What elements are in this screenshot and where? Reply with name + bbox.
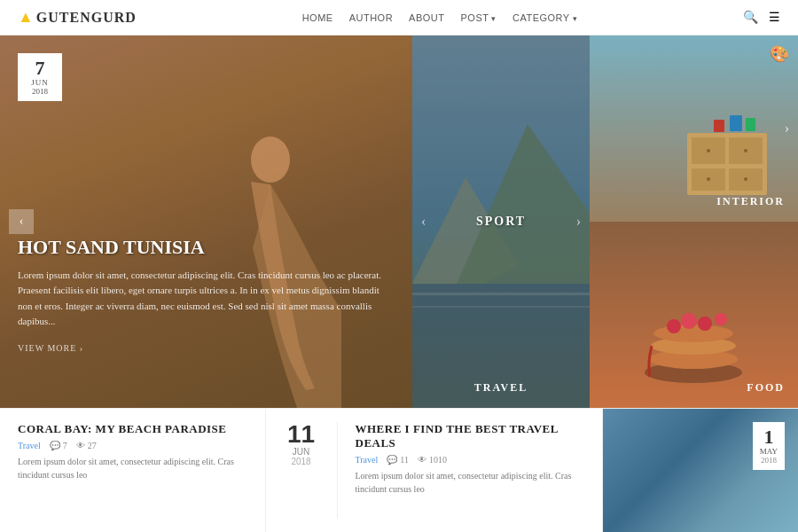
header-icons: 🔍 ☰ — [743, 10, 780, 25]
bottom-section: CORAL BAY: MY BEACH PARADISE Travel 💬 7 … — [0, 408, 798, 532]
food-label: FOOD — [747, 381, 785, 395]
hero-right-bottom: FOOD — [590, 222, 798, 408]
article-2-description: Lorem ipsum dolor sit amet, consectetur … — [356, 469, 585, 496]
article-2-title: WHERE I FIND THE BEST TRAVEL DEALS — [356, 422, 585, 450]
article-1-title: CORAL BAY: MY BEACH PARADISE — [18, 422, 247, 436]
svg-point-0 — [251, 137, 290, 183]
bottom-date-1-day: 11 — [287, 422, 315, 447]
article-1-views: 👁 27 — [76, 441, 97, 450]
bottom-date-2-month: MAY — [760, 447, 778, 456]
svg-point-26 — [681, 313, 697, 329]
bottom-date-1-month: JUN — [293, 447, 309, 457]
svg-rect-17 — [714, 120, 724, 132]
bottom-col-1: CORAL BAY: MY BEACH PARADISE Travel 💬 7 … — [0, 409, 266, 532]
article-1-tag[interactable]: Travel — [18, 441, 41, 450]
view-more-link[interactable]: VIEW MORE — [18, 343, 83, 353]
hero-section: 7 JUN 2018 ‹ HOT SAND TUNISIA Lorem ipsu… — [0, 35, 798, 408]
main-nav: HOME AUTHOR ABOUT POST CATEGORY — [302, 12, 578, 23]
hero-right-top: 🎨 INTERIOR › — [590, 35, 798, 222]
bottom-image-col: 1 MAY 2018 — [603, 409, 798, 532]
date-month: JUN — [21, 78, 59, 87]
nav-post[interactable]: POST — [461, 12, 497, 23]
bottom-date-1-year: 2018 — [291, 457, 310, 466]
hero-date-badge: 7 JUN 2018 — [18, 53, 62, 101]
nav-category[interactable]: CATEGORY — [512, 12, 577, 23]
food-illustration — [590, 222, 798, 408]
date-year: 2018 — [21, 87, 59, 96]
svg-point-28 — [715, 313, 727, 325]
article-2-tag[interactable]: Travel — [356, 455, 379, 465]
interior-illustration — [590, 35, 798, 222]
hero-middle-prev[interactable]: ‹ — [421, 214, 426, 230]
article-2-views: 👁 1010 — [418, 455, 447, 465]
logo[interactable]: ▲GUTENGURD — [18, 8, 137, 27]
svg-point-15 — [707, 177, 710, 181]
article-2-comments: 💬 11 — [387, 455, 409, 465]
svg-point-13 — [707, 149, 710, 153]
bottom-date-2-year: 2018 — [760, 456, 778, 465]
svg-rect-18 — [730, 115, 742, 131]
hero-right-arrow[interactable]: › — [785, 121, 789, 137]
hero-prev-button[interactable]: ‹ — [9, 209, 34, 234]
logo-icon: ▲ — [18, 8, 35, 26]
bottom-date-1: 11 JUN 2018 — [266, 409, 337, 532]
article-2-meta: Travel 💬 11 👁 1010 — [356, 455, 585, 465]
hero-middle-panel: SPORT TRAVEL ‹ › — [412, 35, 590, 408]
svg-rect-19 — [746, 118, 755, 131]
date-day: 7 — [21, 59, 59, 78]
svg-point-27 — [698, 317, 712, 331]
article-1-meta: Travel 💬 7 👁 27 — [18, 441, 247, 450]
article-1-description: Lorem ipsum dolor sit amet, consectetur … — [18, 455, 247, 481]
svg-point-16 — [744, 177, 747, 181]
interior-label: INTERIOR — [716, 195, 785, 208]
palette-icon: 🎨 — [770, 44, 789, 64]
hero-main-panel: 7 JUN 2018 ‹ HOT SAND TUNISIA Lorem ipsu… — [0, 35, 412, 408]
logo-text-guten: GUTEN — [36, 10, 91, 25]
bottom-date-badge-2: 1 MAY 2018 — [753, 422, 785, 470]
hero-right-panel: 🎨 INTERIOR › — [590, 35, 798, 408]
svg-point-25 — [667, 319, 681, 333]
nav-author[interactable]: AUTHOR — [349, 12, 393, 23]
article-1-comments: 💬 7 — [50, 441, 67, 450]
hero-middle-next[interactable]: › — [576, 214, 581, 230]
nav-home[interactable]: HOME — [302, 12, 333, 23]
hero-main-text-block: HOT SAND TUNISIA Lorem ipsum dolor sit a… — [18, 236, 395, 355]
hero-main-title: HOT SAND TUNISIA — [18, 236, 395, 259]
bottom-date-2-day: 1 — [760, 427, 778, 447]
bottom-col-2: WHERE I FIND THE BEST TRAVEL DEALS Trave… — [338, 409, 604, 532]
logo-text-gurd: GURD — [91, 10, 137, 25]
header: ▲GUTENGURD HOME AUTHOR ABOUT POST CATEGO… — [0, 0, 798, 35]
nav-about[interactable]: ABOUT — [409, 12, 444, 23]
search-icon[interactable]: 🔍 — [743, 10, 758, 25]
menu-icon[interactable]: ☰ — [769, 10, 780, 25]
svg-point-14 — [744, 149, 747, 153]
hero-middle-bottom-label: TRAVEL — [474, 381, 528, 395]
hero-main-description: Lorem ipsum dolor sit amet, consectetur … — [18, 268, 395, 330]
hero-middle-label: SPORT — [476, 215, 526, 229]
